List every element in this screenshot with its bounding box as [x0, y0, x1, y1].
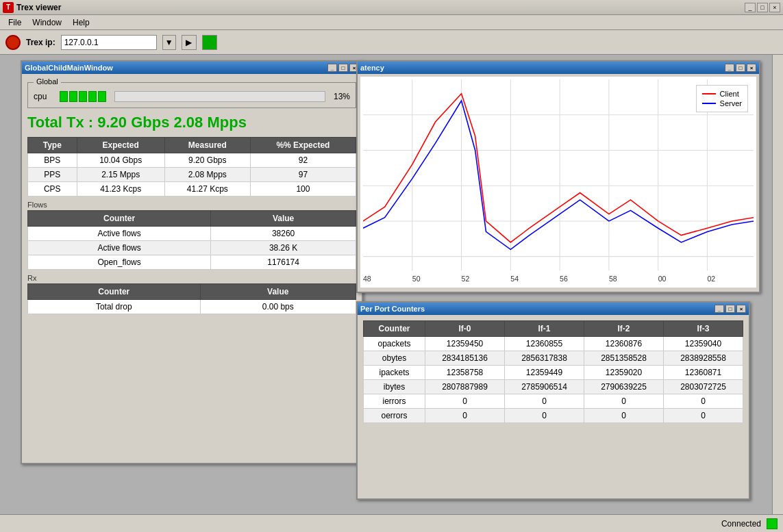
- port-col-if0: If-0: [425, 321, 505, 337]
- cpu-bar-remainder: [114, 91, 325, 102]
- close-button[interactable]: ×: [769, 3, 780, 12]
- latency-content: 48 50 52 54 56 58 00 02 Client: [360, 77, 756, 288]
- latency-svg: 48 50 52 54 56 58 00 02: [363, 79, 754, 285]
- latency-maximize-btn[interactable]: □: [736, 64, 745, 72]
- table-row: Total drop0.00 bps: [28, 300, 356, 314]
- port-close-btn[interactable]: ×: [736, 305, 746, 313]
- col-measured: Measured: [164, 138, 250, 153]
- rx-col-counter: Counter: [28, 284, 201, 300]
- cpu-bar-5: [98, 91, 106, 102]
- app-title: Trex viewer: [16, 3, 61, 12]
- latency-close-btn[interactable]: ×: [747, 64, 756, 72]
- port-title-bar: Per Port Counters _ □ ×: [358, 303, 749, 315]
- status-bar: Connected: [0, 514, 783, 532]
- trex-ip-input[interactable]: [61, 35, 157, 50]
- svg-text:58: 58: [609, 275, 617, 283]
- table-row: ierrors0000: [364, 394, 743, 409]
- global-group-title: Global: [34, 77, 61, 86]
- global-maximize-btn[interactable]: □: [338, 64, 348, 72]
- svg-text:50: 50: [412, 275, 421, 283]
- flows-col-counter: Counter: [28, 211, 211, 227]
- table-row: CPS41.23 Kcps41.27 Kcps100: [28, 182, 356, 197]
- connected-label: Connected: [721, 519, 761, 529]
- latency-chart: 48 50 52 54 56 58 00 02 Client: [363, 79, 754, 285]
- port-window-title: Per Port Counters: [360, 305, 425, 313]
- menu-help[interactable]: Help: [67, 16, 95, 29]
- trex-logo-icon: [5, 35, 21, 50]
- cpu-bar-4: [88, 91, 97, 102]
- table-row: ibytes2807887989278590651427906392252803…: [364, 380, 743, 394]
- server-legend-line: [702, 103, 716, 104]
- table-row: Active flows38.26 K: [28, 241, 356, 255]
- stop-button[interactable]: [202, 35, 217, 50]
- maximize-button[interactable]: □: [757, 3, 768, 12]
- latency-minimize-btn[interactable]: _: [725, 64, 734, 72]
- port-minimize-btn[interactable]: _: [714, 305, 724, 313]
- right-scrollbar[interactable]: [772, 55, 783, 532]
- rx-section-label: Rx: [27, 274, 356, 282]
- ip-dropdown-button[interactable]: ▼: [162, 35, 176, 50]
- port-content: Counter If-0 If-1 If-2 If-3 opackets1235…: [358, 315, 749, 429]
- col-percent-expected: %% Expected: [250, 138, 356, 153]
- port-window-controls[interactable]: _ □ ×: [714, 305, 746, 313]
- col-type: Type: [28, 138, 77, 153]
- menu-bar: File Window Help: [0, 15, 783, 30]
- table-row: Open_flows1176174: [28, 255, 356, 270]
- flows-section-label: Flows: [27, 201, 356, 209]
- cpu-bar-2: [69, 91, 77, 102]
- port-counters-table: Counter If-0 If-1 If-2 If-3 opackets1235…: [363, 320, 743, 423]
- latency-child-window: atency _ □ ×: [356, 60, 760, 293]
- table-row: PPS2.15 Mpps2.08 Mpps97: [28, 168, 356, 182]
- main-stats-table: Type Expected Measured %% Expected BPS10…: [27, 137, 356, 197]
- global-window-title: GlobalChildMainWindow: [25, 64, 113, 72]
- total-tx: Total Tx : 9.20 Gbps 2.08 Mpps: [27, 114, 356, 131]
- rx-col-value: Value: [200, 284, 356, 300]
- menu-window[interactable]: Window: [27, 16, 67, 29]
- minimize-button[interactable]: _: [745, 3, 756, 12]
- svg-text:54: 54: [510, 275, 519, 283]
- svg-text:02: 02: [707, 275, 715, 283]
- global-title-bar: GlobalChildMainWindow _ □ ×: [22, 62, 362, 74]
- latency-title-bar: atency _ □ ×: [358, 62, 759, 74]
- title-bar-controls[interactable]: _ □ ×: [745, 3, 780, 12]
- table-row: opackets12359450123608551236087612359040: [364, 337, 743, 351]
- port-col-if2: If-2: [584, 321, 664, 337]
- port-col-if1: If-1: [505, 321, 584, 337]
- flows-col-value: Value: [211, 211, 356, 227]
- main-area: GlobalChildMainWindow _ □ × Global cpu: [0, 55, 783, 532]
- port-col-counter: Counter: [364, 321, 425, 337]
- global-child-window: GlobalChildMainWindow _ □ × Global cpu: [21, 60, 363, 464]
- client-legend-label: Client: [720, 90, 739, 98]
- connected-indicator: [767, 518, 778, 529]
- cpu-bars: [60, 91, 106, 102]
- title-bar: T Trex viewer _ □ ×: [0, 0, 783, 15]
- table-row: Active flows38260: [28, 227, 356, 241]
- global-window-controls[interactable]: _ □ ×: [327, 64, 359, 72]
- port-child-window: Per Port Counters _ □ × Counter If-0 If-…: [356, 301, 750, 500]
- port-maximize-btn[interactable]: □: [725, 305, 735, 313]
- toolbar: Trex ip: ▼ ▶: [0, 30, 783, 55]
- chart-legend: Client Server: [696, 85, 748, 112]
- svg-text:00: 00: [658, 275, 667, 283]
- latency-window-controls[interactable]: _ □ ×: [725, 64, 756, 72]
- cpu-bar-1: [60, 91, 68, 102]
- server-legend-label: Server: [720, 99, 742, 107]
- cpu-label: cpu: [34, 92, 54, 101]
- table-row: BPS10.04 Gbps9.20 Gbps92: [28, 153, 356, 168]
- play-button[interactable]: ▶: [182, 35, 197, 50]
- cpu-percent: 13%: [334, 92, 350, 101]
- menu-file[interactable]: File: [3, 16, 27, 29]
- global-content: Global cpu 13% Total Tx : 9.20 Gbps 2.08…: [22, 74, 362, 320]
- col-expected: Expected: [77, 138, 164, 153]
- svg-text:48: 48: [363, 275, 371, 283]
- cpu-bar-3: [79, 91, 87, 102]
- rx-table: Counter Value Total drop0.00 bps: [27, 283, 356, 314]
- flows-table: Counter Value Active flows38260Active fl…: [27, 210, 356, 270]
- app-icon: T: [3, 2, 14, 13]
- trex-ip-label: Trex ip:: [26, 38, 55, 47]
- legend-server: Server: [702, 99, 742, 107]
- latency-window-title: atency: [360, 64, 384, 72]
- port-col-if3: If-3: [664, 321, 743, 337]
- svg-text:52: 52: [462, 275, 470, 283]
- global-minimize-btn[interactable]: _: [327, 64, 337, 72]
